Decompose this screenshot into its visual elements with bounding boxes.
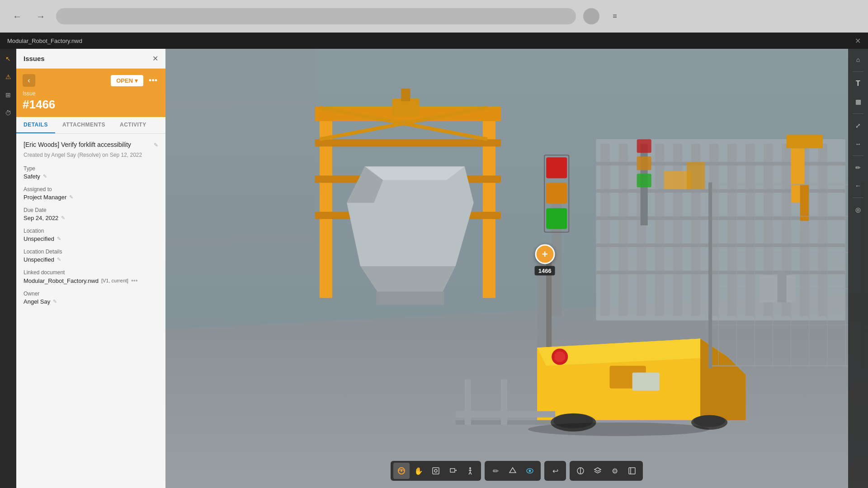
grid-tool-button[interactable]: ▦	[851, 94, 865, 109]
field-type-label: Type	[24, 165, 158, 172]
svg-rect-23	[787, 135, 823, 148]
issues-panel: Issues ✕ ‹ OPEN ▾ ••• Issue #1466	[16, 49, 165, 488]
issue-title-edit-icon[interactable]: ✎	[154, 142, 158, 148]
field-location-edit[interactable]: ✎	[57, 236, 61, 242]
field-assigned-edit[interactable]: ✎	[69, 194, 73, 200]
field-linked-doc: Linked document Modular_Robot_Factory.nw…	[24, 269, 158, 284]
split-model-button[interactable]	[572, 463, 589, 479]
toolbar-divider-2	[853, 113, 863, 114]
tab-details[interactable]: DETAILS	[16, 117, 55, 133]
settings-button[interactable]: ⚙	[607, 463, 623, 479]
svg-marker-95	[456, 469, 457, 471]
forward-button[interactable]: →	[33, 8, 49, 24]
field-due-date: Due Date Sep 24, 2022 ✎	[24, 207, 158, 221]
model-toolbar-group: ⚙	[570, 461, 643, 481]
svg-rect-5	[619, 144, 628, 316]
issues-panel-close-button[interactable]: ✕	[152, 54, 158, 63]
issue-details-content: [Eric Woods] Verify forklift accessibili…	[16, 134, 165, 488]
field-location-value: Unspecified	[24, 235, 54, 242]
3d-viewport[interactable]: + 1466 ⌂ T ▦ ⤢ ↔ ✏ ← ◎	[165, 49, 868, 488]
svg-rect-44	[546, 183, 567, 204]
export-button[interactable]	[624, 463, 640, 479]
marker-plus-icon[interactable]: +	[535, 244, 555, 264]
field-type-value-row: Safety ✎	[24, 173, 158, 180]
svg-rect-49	[637, 156, 651, 170]
browser-menu-button[interactable]: ≡	[607, 8, 623, 24]
visibility-button[interactable]	[522, 463, 538, 479]
window-close-button[interactable]: ✕	[855, 37, 861, 45]
pan-button[interactable]: ✋	[410, 463, 427, 479]
text-tool-button[interactable]: T	[851, 76, 865, 91]
appearance-button[interactable]: ◎	[851, 202, 865, 217]
field-type-edit[interactable]: ✎	[43, 174, 47, 179]
layers-button[interactable]	[590, 463, 606, 479]
issue-card-header: ‹ OPEN ▾ •••	[23, 74, 159, 87]
right-toolbar: ⌂ T ▦ ⤢ ↔ ✏ ← ◎	[848, 49, 868, 488]
navigation-toolbar-group: ✋	[391, 461, 481, 481]
redline-button[interactable]: ✏	[487, 463, 504, 479]
field-due-date-edit[interactable]: ✎	[61, 215, 65, 221]
app-window: Modular_Robot_Factory.nwd ✕ ↖ ⚠ ⊞ ⏱ Issu…	[0, 33, 868, 488]
measure-button[interactable]: ↔	[851, 136, 865, 151]
cursor-tool-icon[interactable]: ↖	[3, 53, 14, 64]
svg-rect-30	[315, 139, 501, 146]
svg-rect-26	[687, 162, 705, 189]
svg-point-96	[469, 467, 471, 469]
view-home-button[interactable]: ⌂	[851, 52, 865, 67]
field-due-date-value-row: Sep 24, 2022 ✎	[24, 215, 158, 221]
issue-label: Issue	[23, 90, 159, 97]
tab-activity[interactable]: ACTIVITY	[113, 117, 154, 133]
issue-tabs: DETAILS ATTACHMENTS ACTIVITY	[16, 117, 165, 134]
svg-line-99	[470, 472, 472, 474]
svg-rect-24	[800, 185, 809, 221]
fullscreen-button[interactable]: ⤢	[851, 118, 865, 133]
rotate-button[interactable]	[445, 463, 461, 479]
marker-number-label: 1466	[535, 266, 555, 275]
field-due-date-label: Due Date	[24, 207, 158, 213]
url-bar[interactable]	[56, 8, 576, 24]
issues-panel-header: Issues ✕	[16, 49, 165, 69]
linked-doc-more-button[interactable]: •••	[131, 277, 138, 284]
toolbar-divider-4	[853, 197, 863, 198]
svg-rect-107	[629, 468, 635, 474]
title-bar: Modular_Robot_Factory.nwd ✕	[0, 33, 868, 49]
fit-button[interactable]	[428, 463, 444, 479]
field-type-value: Safety	[24, 173, 40, 180]
annotate-button[interactable]: ✏	[851, 160, 865, 175]
field-assigned-value: Project Manager	[24, 194, 66, 201]
orbit-button[interactable]	[393, 463, 410, 479]
issue-more-button[interactable]: •••	[147, 75, 159, 86]
tab-attachments[interactable]: ATTACHMENTS	[55, 117, 113, 133]
bottom-toolbar: ✋	[391, 461, 643, 481]
svg-point-90	[401, 470, 402, 472]
issue-open-button[interactable]: OPEN ▾	[111, 75, 143, 86]
arrow-button[interactable]: ←	[851, 178, 865, 193]
warning-tool-icon[interactable]: ⚠	[3, 71, 14, 82]
user-avatar[interactable]	[583, 8, 599, 24]
field-location-details-edit[interactable]: ✎	[57, 257, 61, 263]
markup-toolbar-group: ✏	[485, 461, 541, 481]
svg-rect-43	[546, 157, 567, 178]
svg-line-98	[469, 472, 470, 474]
field-assigned-label: Assigned to	[24, 186, 158, 192]
table-tool-icon[interactable]: ⊞	[3, 89, 14, 100]
field-linked-doc-label: Linked document	[24, 269, 158, 276]
back-button[interactable]: ←	[9, 8, 25, 24]
issue-title-row: [Eric Woods] Verify forklift accessibili…	[24, 141, 158, 148]
svg-rect-21	[596, 271, 845, 274]
undo-section-button[interactable]: ↩	[547, 463, 563, 479]
issue-marker[interactable]: + 1466	[535, 244, 555, 275]
issue-card: ‹ OPEN ▾ ••• Issue #1466	[16, 69, 165, 117]
svg-point-103	[529, 470, 531, 472]
3d-scene	[165, 49, 868, 488]
issue-number: #1466	[23, 98, 159, 112]
shape-button[interactable]	[505, 463, 521, 479]
clock-tool-icon[interactable]: ⏱	[3, 108, 14, 118]
field-location-details-value-row: Unspecified ✎	[24, 256, 158, 263]
walk-button[interactable]	[462, 463, 478, 479]
field-owner-edit[interactable]: ✎	[53, 299, 57, 305]
svg-rect-50	[637, 174, 651, 187]
field-assigned-to: Assigned to Project Manager ✎	[24, 186, 158, 201]
issue-back-button[interactable]: ‹	[23, 74, 35, 87]
toolbar-divider-1	[853, 71, 863, 72]
